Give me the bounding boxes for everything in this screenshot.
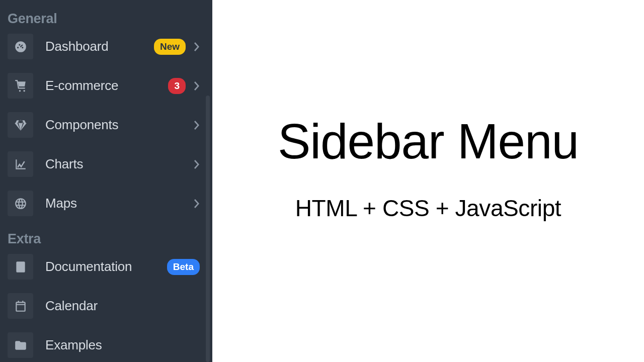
sidebar-item-label: Charts [45,156,83,172]
cart-icon [8,73,33,99]
sidebar-item-documentation[interactable]: Documentation Beta [0,254,204,280]
sidebar-item-label: Components [45,117,118,133]
sidebar-item-label: Dashboard [45,39,108,54]
sidebar-item-label: Documentation [45,259,132,275]
section-header-extra: Extra [0,216,212,254]
sidebar-item-charts[interactable]: Charts [0,151,204,177]
sidebar: General Dashboard New E-commerce 3 Compo… [0,0,212,362]
sidebar-item-examples[interactable]: Examples [0,332,204,358]
sidebar-item-calendar[interactable]: Calendar [0,293,204,319]
document-icon [8,254,33,280]
section-header-general: General [0,6,212,34]
calendar-icon [8,293,33,319]
page-subtitle: HTML + CSS + JavaScript [295,195,561,222]
diamond-icon [8,112,33,138]
chevron-right-icon [190,199,204,209]
sidebar-item-components[interactable]: Components [0,112,204,138]
chevron-right-icon [190,120,204,130]
sidebar-item-maps[interactable]: Maps [0,191,204,216]
dashboard-icon [8,34,33,59]
sidebar-item-dashboard[interactable]: Dashboard New [0,34,204,59]
nav-list-general: Dashboard New E-commerce 3 Components Ch… [0,34,204,216]
folder-icon [8,332,33,358]
badge-count: 3 [168,78,186,94]
main-content: Sidebar Menu HTML + CSS + JavaScript [212,0,644,362]
nav-list-extra: Documentation Beta Calendar Examples [0,254,204,358]
badge-beta: Beta [167,259,200,275]
chevron-right-icon [190,42,204,52]
sidebar-item-label: Examples [45,337,102,353]
chart-icon [8,151,33,177]
chevron-right-icon [190,159,204,169]
sidebar-item-label: Calendar [45,298,98,314]
sidebar-item-label: Maps [45,196,77,211]
scrollbar[interactable] [206,96,210,362]
globe-icon [8,191,33,216]
sidebar-item-ecommerce[interactable]: E-commerce 3 [0,73,204,99]
chevron-right-icon [190,81,204,91]
badge-new: New [154,39,186,55]
page-title: Sidebar Menu [278,116,579,167]
sidebar-item-label: E-commerce [45,78,118,94]
